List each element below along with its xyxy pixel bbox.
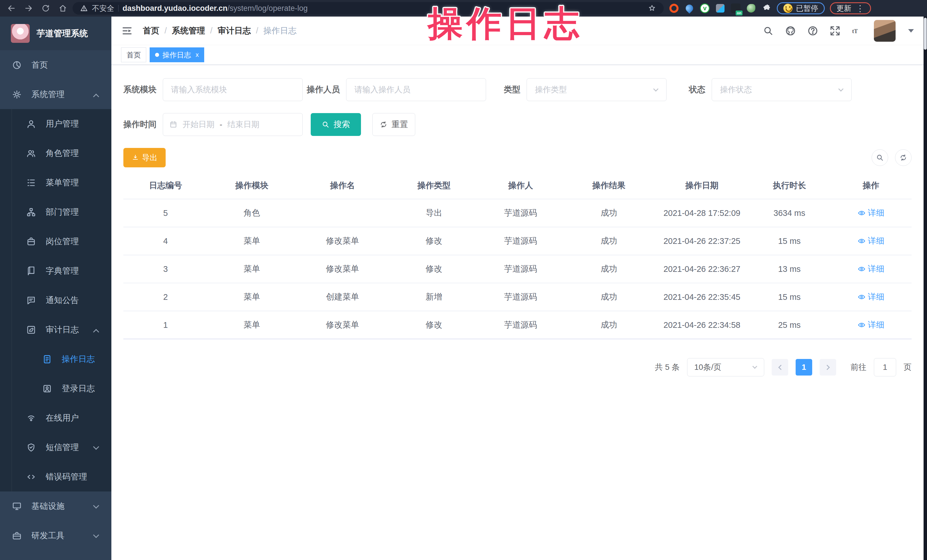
breadcrumb-separator: / [164, 26, 167, 35]
cell-operator: 芋道源码 [479, 199, 562, 227]
browser-back-icon[interactable] [4, 2, 19, 15]
cell-name: 创建菜单 [296, 283, 389, 311]
sidebar-toggle-icon[interactable] [121, 25, 133, 37]
sidebar-item-posts[interactable]: 岗位管理 [0, 227, 111, 256]
export-button[interactable]: 导出 [123, 148, 166, 167]
sidebar-item-label: 菜单管理 [46, 177, 79, 188]
sidebar-item-audit-log[interactable]: 审计日志 [0, 315, 111, 344]
tag-operate-log[interactable]: 操作日志x [150, 47, 204, 62]
extension-green-v-icon[interactable]: v [700, 3, 710, 14]
extension-leaf-icon[interactable] [746, 3, 756, 14]
sidebar-item-notices[interactable]: 通知公告 [0, 285, 111, 315]
sidebar-item-users[interactable]: 用户管理 [0, 109, 111, 138]
detail-link[interactable]: 详细 [858, 235, 884, 247]
refresh-table-button[interactable] [895, 149, 912, 166]
cell-id: 3 [123, 255, 208, 283]
browser-update-button[interactable]: 更新⋮ [830, 2, 871, 14]
security-label[interactable]: 不安全 [92, 3, 114, 14]
sidebar-item-label: 审计日志 [46, 324, 79, 335]
status-select[interactable]: 操作状态 [712, 78, 852, 101]
extension-pin-icon[interactable] [684, 3, 694, 14]
system-submenu: 用户管理 角色管理 菜单管理 部门管理 岗位管理 [0, 109, 111, 492]
next-page-button[interactable] [820, 359, 836, 375]
extensions-puzzle-icon[interactable] [761, 3, 772, 14]
cell-result: 成功 [562, 255, 655, 283]
sidebar-item-home[interactable]: 首页 [0, 50, 111, 80]
monitor-icon [12, 501, 22, 511]
cell-result: 成功 [562, 199, 655, 227]
header-search-icon[interactable] [763, 25, 774, 36]
date-range-picker[interactable]: 开始日期 - 结束日期 [163, 113, 303, 136]
sidebar-item-label: 在线用户 [46, 412, 79, 424]
font-size-icon[interactable]: tT [852, 25, 863, 36]
toggle-search-button[interactable] [872, 149, 888, 166]
sidebar-item-roles[interactable]: 角色管理 [0, 138, 111, 168]
url-text[interactable]: dashboard.yudao.iocoder.cn/system/log/op… [123, 4, 308, 13]
page-number-button[interactable]: 1 [796, 359, 812, 375]
sidebar-item-login-log[interactable]: 登录日志 [0, 374, 111, 403]
breadcrumb-home[interactable]: 首页 [143, 25, 160, 36]
scrollbar-thumb[interactable] [924, 18, 927, 50]
sidebar-item-sms[interactable]: 短信管理 [0, 433, 111, 462]
update-label: 更新 [836, 3, 851, 14]
browser-menu-icon[interactable]: ⋮ [856, 3, 865, 14]
profile-paused-badge[interactable]: 已暂停 [777, 2, 825, 14]
fullscreen-icon[interactable] [829, 25, 841, 36]
extension-dark-on-icon[interactable]: on [731, 3, 741, 14]
reset-button[interactable]: 重置 [372, 113, 415, 136]
browser-home-icon[interactable] [55, 2, 70, 15]
detail-link[interactable]: 详细 [858, 263, 884, 275]
detail-link[interactable]: 详细 [858, 319, 884, 331]
sidebar-item-infra[interactable]: 基础设施 [0, 492, 111, 521]
detail-link[interactable]: 详细 [858, 207, 884, 219]
sidebar-item-dev-tools[interactable]: 研发工具 [0, 521, 111, 550]
page-size-select[interactable]: 10条/页 [687, 358, 764, 376]
sidebar-item-label: 角色管理 [46, 148, 79, 159]
type-select[interactable]: 操作类型 [527, 78, 667, 101]
extension-grayblue-icon[interactable] [715, 3, 725, 14]
sidebar-item-departments[interactable]: 部门管理 [0, 197, 111, 227]
breadcrumb-audit[interactable]: 审计日志 [217, 25, 251, 36]
col-header-id: 日志编号 [123, 173, 208, 199]
cell-result: 成功 [562, 311, 655, 339]
page-size-value: 10条/页 [694, 362, 721, 373]
sidebar-item-dict[interactable]: 字典管理 [0, 256, 111, 285]
user-avatar[interactable] [874, 20, 896, 42]
goto-page-input[interactable] [874, 358, 896, 376]
breadcrumb: 首页 / 系统管理 / 审计日志 / 操作日志 [143, 25, 296, 36]
breadcrumb-system[interactable]: 系统管理 [172, 25, 205, 36]
reset-button-label: 重置 [392, 119, 408, 130]
active-dot [155, 53, 159, 57]
prev-page-button[interactable] [772, 359, 788, 375]
sidebar-item-menus[interactable]: 菜单管理 [0, 168, 111, 197]
github-icon[interactable] [785, 25, 796, 36]
search-button[interactable]: 搜索 [311, 113, 361, 136]
breadcrumb-separator: / [210, 26, 213, 35]
start-date-placeholder: 开始日期 [182, 119, 214, 130]
browser-forward-icon[interactable] [21, 2, 36, 15]
help-icon[interactable] [807, 25, 819, 36]
type-label: 类型 [504, 84, 520, 96]
sidebar-item-system[interactable]: 系统管理 [0, 80, 111, 109]
calendar-icon [169, 120, 177, 129]
module-input[interactable] [163, 78, 303, 101]
bookmark-star-icon[interactable] [648, 4, 656, 12]
time-label: 操作时间 [123, 119, 157, 130]
chevron-up-icon [93, 329, 99, 335]
browser-reload-icon[interactable] [38, 2, 53, 15]
cell-name [296, 199, 389, 227]
sidebar-item-operate-log[interactable]: 操作日志 [0, 344, 111, 374]
tag-close-icon[interactable]: x [196, 51, 199, 59]
insecure-warning-icon[interactable] [80, 4, 88, 12]
page-scrollbar[interactable] [924, 17, 927, 560]
extension-orange-icon[interactable] [669, 3, 679, 14]
sidebar-logo-row[interactable]: 芋道管理系统 [0, 17, 111, 50]
sidebar-item-online-users[interactable]: 在线用户 [0, 403, 111, 433]
avatar-caret-icon[interactable] [908, 29, 914, 33]
sidebar-item-error-codes[interactable]: 错误码管理 [0, 462, 111, 492]
cell-duration: 15 ms [749, 227, 830, 255]
cell-name: 修改菜单 [296, 311, 389, 339]
operator-input[interactable] [346, 78, 486, 101]
tag-home[interactable]: 首页 [121, 47, 146, 62]
detail-link[interactable]: 详细 [858, 291, 884, 303]
